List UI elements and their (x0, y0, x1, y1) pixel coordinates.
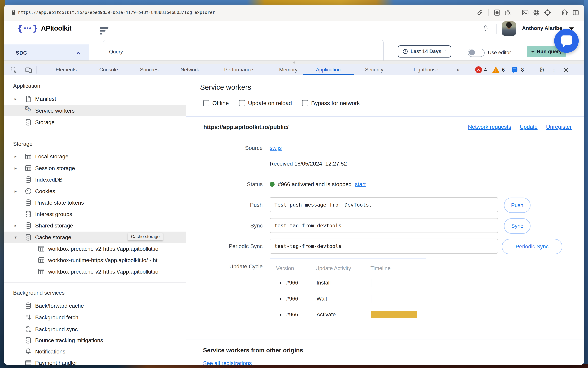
device-toolbar-icon[interactable] (25, 66, 32, 74)
address-bar[interactable]: https://app.apitoolkit.io/p/ebed9d39-bb1… (18, 10, 215, 15)
query-card[interactable]: Query (103, 40, 384, 60)
sidebar-item-notifications[interactable]: Notifications (4, 346, 186, 357)
browser-window: https://app.apitoolkit.io/p/ebed9d39-bb1… (4, 5, 584, 365)
sidebar-item-manifest[interactable]: ▸Manifest (4, 93, 186, 105)
sidebar-item-indexeddb[interactable]: IndexedDB (4, 174, 186, 185)
more-tabs-icon[interactable]: » (456, 64, 460, 75)
sidebar-item-bounce-tracking-mitigations[interactable]: Bounce tracking mitigations (4, 334, 186, 346)
apitoolkit-logo[interactable]: { } APItoolkit (17, 23, 71, 34)
warning-count[interactable]: 6 (502, 67, 505, 73)
tab-console[interactable]: Console (99, 64, 118, 75)
tab-performance[interactable]: Performance (224, 64, 253, 75)
network-requests-link[interactable]: Network requests (468, 124, 511, 130)
start-link[interactable]: start (355, 181, 366, 187)
unregister-link[interactable]: Unregister (546, 124, 572, 130)
close-devtools-icon[interactable] (563, 67, 569, 73)
push-input[interactable]: Test push message from DevTools. (270, 197, 498, 212)
target-icon[interactable] (544, 9, 551, 16)
periodic-sync-button[interactable]: Periodic Sync (502, 239, 562, 254)
tab-network[interactable]: Network (181, 64, 199, 75)
sidebar-item-service-workers[interactable]: ⚙⚙Service workers (4, 105, 186, 116)
expand-arrow-icon[interactable]: ▸ (15, 223, 17, 228)
checkbox-update-on-reload[interactable]: Update on reload (239, 100, 292, 106)
expand-arrow-icon[interactable]: ▸ (280, 312, 282, 317)
tab-lighthouse[interactable]: Lighthouse (414, 64, 438, 75)
gallery-icon[interactable] (493, 9, 501, 16)
checkbox-box[interactable] (239, 100, 245, 106)
tab-elements[interactable]: Elements (55, 64, 77, 75)
devtools-resize-handle[interactable] (4, 60, 584, 65)
sidebar-item-interest-groups[interactable]: Interest groups (4, 208, 186, 220)
expand-arrow-icon[interactable]: ▸ (15, 96, 17, 101)
bell-icon (25, 348, 32, 355)
kebab-menu-icon[interactable]: ⋮ (551, 64, 557, 75)
camera-icon[interactable] (505, 9, 512, 16)
devtools-tabbar: ElementsConsoleSourcesNetworkPerformance… (4, 64, 584, 75)
sidebar-item-payment-handler[interactable]: Payment handler (4, 357, 186, 365)
sidebar-item-background-fetch[interactable]: Background fetch (4, 312, 186, 323)
source-file-link[interactable]: sw.js (270, 145, 282, 151)
checkbox-bypass-for-network[interactable]: Bypass for network (302, 100, 360, 106)
globe-icon[interactable] (533, 9, 540, 16)
sidebar-item-storage[interactable]: Storage (4, 117, 186, 128)
expand-arrow-icon[interactable]: ▸ (15, 154, 17, 159)
sidebar-item-back-forward-cache[interactable]: Back/forward cache (4, 300, 186, 312)
checkbox-box[interactable] (302, 100, 308, 106)
error-count[interactable]: 4 (484, 67, 487, 73)
workspace-selector[interactable]: SDC (4, 45, 89, 60)
tab-sources[interactable]: Sources (140, 64, 159, 75)
sidebar-item-session-storage[interactable]: ▸Session storage (4, 162, 186, 174)
checkbox-offline[interactable]: Offline (203, 100, 229, 106)
sync-button[interactable]: Sync (504, 218, 531, 234)
menu-icon[interactable] (100, 27, 109, 36)
query-label: Query (109, 49, 123, 55)
update-link[interactable]: Update (520, 124, 538, 130)
inspect-element-icon[interactable] (10, 66, 18, 74)
sidebar-item-private-state-tokens[interactable]: Private state tokens (4, 197, 186, 208)
time-range-dropdown[interactable]: Last 14 Days (398, 46, 451, 57)
sidebar-item-workbox-runtime-https-app-apitoolkit-io-ht[interactable]: workbox-runtime-https://app.apitoolkit.i… (4, 254, 186, 266)
updown-icon (25, 313, 32, 321)
link-icon[interactable] (476, 9, 483, 16)
expand-arrow-icon[interactable]: ▸ (15, 189, 17, 194)
sidebar-section-storage: Storage (13, 141, 33, 147)
wallpaper-left (0, 0, 5, 368)
warnings-icon[interactable]: ! (492, 66, 500, 73)
sidebar-item-local-storage[interactable]: ▸Local storage (4, 151, 186, 162)
checkbox-box[interactable] (203, 100, 209, 106)
extension-icon[interactable] (561, 9, 568, 16)
split-view-icon[interactable] (572, 9, 579, 16)
expand-arrow-icon[interactable]: ▸ (280, 296, 282, 301)
errors-icon[interactable]: × (475, 66, 482, 73)
settings-gear-icon[interactable]: ⚙ (539, 64, 545, 75)
gears-icon: ⚙⚙ (25, 107, 32, 114)
clock-icon (402, 48, 408, 55)
collapse-arrow-icon[interactable]: ▾ (15, 235, 17, 240)
cache-storage-tooltip: Cache storage (128, 233, 163, 240)
expand-arrow-icon[interactable]: ▸ (280, 280, 282, 285)
tabbar-separator2 (534, 66, 534, 74)
sidebar-item-cookies[interactable]: ▸Cookies (4, 185, 186, 197)
see-all-registrations-link[interactable]: See all registrations (203, 360, 252, 365)
sync-input[interactable]: test-tag-from-devtools (270, 218, 498, 233)
issue-count[interactable]: 8 (521, 67, 524, 73)
status-dot (270, 182, 275, 187)
push-button[interactable]: Push (504, 198, 531, 213)
sidebar-item-shared-storage[interactable]: ▸Shared storage (4, 220, 186, 231)
terminal-icon[interactable] (522, 9, 529, 16)
issues-icon[interactable] (511, 66, 518, 73)
tab-security[interactable]: Security (365, 64, 383, 75)
sidebar-item-workbox-precache-v2-https-app-apitoolkit-io[interactable]: workbox-precache-v2-https://app.apitoolk… (4, 243, 186, 254)
use-editor-toggle[interactable] (468, 49, 485, 57)
user-name[interactable]: Anthony Alaribe (522, 25, 562, 31)
sidebar-item-background-sync[interactable]: Background sync (4, 323, 186, 335)
tab-memory[interactable]: Memory (279, 64, 298, 75)
sidebar-item-workbox-precache-v2-https-app-apitoolkit-io[interactable]: workbox-precache-v2-https://app.apitoolk… (4, 266, 186, 277)
periodic-sync-input[interactable]: test-tag-from-devtools (270, 239, 498, 254)
notification-bell-icon[interactable] (482, 25, 489, 31)
chat-widget-button[interactable] (554, 29, 579, 53)
logo-brace-right: } (32, 23, 38, 33)
expand-arrow-icon[interactable]: ▸ (15, 166, 17, 171)
user-avatar[interactable] (502, 21, 516, 36)
tab-application[interactable]: Application (316, 64, 341, 75)
